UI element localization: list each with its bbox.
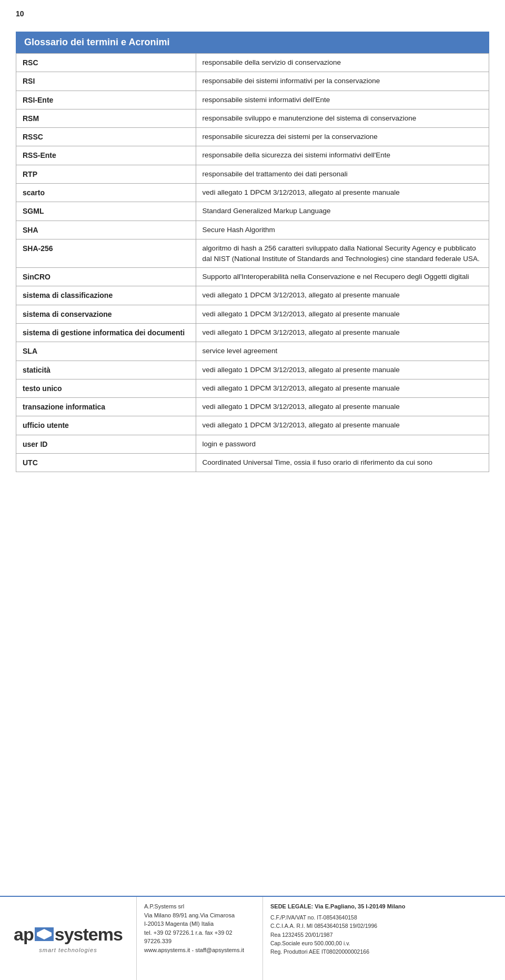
logo-systems: systems <box>55 924 123 945</box>
table-row: ufficio utentevedi allegato 1 DPCM 3/12/… <box>16 416 489 435</box>
svg-rect-1 <box>37 933 52 936</box>
table-row: SHASecure Hash Algorithm <box>16 221 489 239</box>
page-number: 10 <box>16 9 24 18</box>
legal-reg: Reg. Produttori AEE IT08020000002166 <box>270 947 498 956</box>
term-cell: RSI-Ente <box>16 91 196 109</box>
table-row: RSCresponsabile della servizio di conser… <box>16 54 489 72</box>
definition-cell: responsabile sicurezza dei sistemi per l… <box>196 128 489 146</box>
footer-company: A.P.Systems srl Via Milano 89/91 ang.Via… <box>137 897 263 980</box>
definition-cell: vedi allegato 1 DPCM 3/12/2013, allegato… <box>196 398 489 416</box>
term-cell: RSSC <box>16 128 196 146</box>
definition-cell: Supporto all'Interoperabilità nella Cons… <box>196 268 489 286</box>
table-row: SLAservice level agreement <box>16 342 489 361</box>
definition-cell: vedi allegato 1 DPCM 3/12/2013, allegato… <box>196 286 489 305</box>
definition-cell: responsabile dei sistemi informativi per… <box>196 72 489 91</box>
footer: ap systems smart technologies A.P.System… <box>0 896 505 980</box>
term-cell: testo unico <box>16 379 196 397</box>
table-row: sistema di conservazionevedi allegato 1 … <box>16 305 489 323</box>
table-row: transazione informaticavedi allegato 1 D… <box>16 398 489 416</box>
term-cell: sistema di conservazione <box>16 305 196 323</box>
company-web: www.apsystems.it - staff@apsystems.it <box>144 946 255 955</box>
term-cell: RSM <box>16 109 196 127</box>
glossary-table: RSCresponsabile della servizio di conser… <box>16 53 489 472</box>
term-cell: SHA-256 <box>16 239 196 267</box>
table-row: RSI-Enteresponsabile sistemi informativi… <box>16 91 489 109</box>
term-cell: SinCRO <box>16 268 196 286</box>
logo-container: ap systems <box>14 924 123 945</box>
term-cell: user ID <box>16 435 196 453</box>
legal-cci: C.C.I.A.A. R.I. MI 08543640158 19/02/199… <box>270 922 498 930</box>
company-name: A.P.Systems srl <box>144 902 255 911</box>
table-row: RSMresponsabile sviluppo e manutenzione … <box>16 109 489 127</box>
legal-cap: Cap.Sociale euro 500.000,00 i.v. <box>270 939 498 947</box>
definition-cell: Coordinated Universal Time, ossia il fus… <box>196 454 489 472</box>
main-content: Glossario dei termini e Acronimi RSCresp… <box>0 0 505 567</box>
table-row: RTPresponsabile del trattamento dei dati… <box>16 165 489 183</box>
term-cell: RSI <box>16 72 196 91</box>
legal-rea: Rea 1232455 20/01/1987 <box>270 931 498 939</box>
term-cell: SHA <box>16 221 196 239</box>
definition-cell: algoritmo di hash a 256 caratteri svilup… <box>196 239 489 267</box>
table-row: SGMLStandard Generalized Markup Language <box>16 202 489 221</box>
term-cell: sistema di gestione informatica dei docu… <box>16 323 196 342</box>
definition-cell: responsabile del trattamento dei dati pe… <box>196 165 489 183</box>
company-address2: I-20013 Magenta (MI) Italia <box>144 919 255 928</box>
table-row: UTCCoordinated Universal Time, ossia il … <box>16 454 489 472</box>
company-tel: tel. +39 02 97226.1 r.a. fax +39 02 9722… <box>144 928 255 946</box>
term-cell: SGML <box>16 202 196 221</box>
definition-cell: responsabile sviluppo e manutenzione del… <box>196 109 489 127</box>
definition-cell: vedi allegato 1 DPCM 3/12/2013, allegato… <box>196 416 489 435</box>
table-row: testo unicovedi allegato 1 DPCM 3/12/201… <box>16 379 489 397</box>
table-row: SHA-256algoritmo di hash a 256 caratteri… <box>16 239 489 267</box>
definition-cell: login e password <box>196 435 489 453</box>
term-cell: RSS-Ente <box>16 146 196 165</box>
definition-cell: vedi allegato 1 DPCM 3/12/2013, allegato… <box>196 305 489 323</box>
definition-cell: service level agreement <box>196 342 489 361</box>
definition-cell: Standard Generalized Markup Language <box>196 202 489 221</box>
definition-cell: Secure Hash Algorithm <box>196 221 489 239</box>
term-cell: RTP <box>16 165 196 183</box>
table-row: SinCROSupporto all'Interoperabilità nell… <box>16 268 489 286</box>
term-cell: SLA <box>16 342 196 361</box>
definition-cell: vedi allegato 1 DPCM 3/12/2013, allegato… <box>196 184 489 202</box>
definition-cell: responsabile della servizio di conservaz… <box>196 54 489 72</box>
definition-cell: vedi allegato 1 DPCM 3/12/2013, allegato… <box>196 379 489 397</box>
term-cell: RSC <box>16 54 196 72</box>
logo-tagline: smart technologies <box>39 947 97 953</box>
term-cell: UTC <box>16 454 196 472</box>
table-row: RSS-Enteresponsabile della sicurezza dei… <box>16 146 489 165</box>
table-row: sistema di classificazionevedi allegato … <box>16 286 489 305</box>
table-row: staticitàvedi allegato 1 DPCM 3/12/2013,… <box>16 361 489 379</box>
term-cell: transazione informatica <box>16 398 196 416</box>
definition-cell: vedi allegato 1 DPCM 3/12/2013, allegato… <box>196 323 489 342</box>
legal-title: SEDE LEGALE: Via E.Pagliano, 35 I-20149 … <box>270 902 498 911</box>
footer-legal: SEDE LEGALE: Via E.Pagliano, 35 I-20149 … <box>263 897 505 980</box>
term-cell: ufficio utente <box>16 416 196 435</box>
footer-logo: ap systems smart technologies <box>0 897 137 980</box>
term-cell: scarto <box>16 184 196 202</box>
table-row: RSIresponsabile dei sistemi informativi … <box>16 72 489 91</box>
logo-icon <box>35 927 54 941</box>
definition-cell: responsabile della sicurezza dei sistemi… <box>196 146 489 165</box>
definition-cell: vedi allegato 1 DPCM 3/12/2013, allegato… <box>196 361 489 379</box>
section-title: Glossario dei termini e Acronimi <box>16 32 489 53</box>
table-row: scartovedi allegato 1 DPCM 3/12/2013, al… <box>16 184 489 202</box>
legal-cf: C.F./P.IVA/VAT no. IT-08543640158 <box>270 913 498 922</box>
table-row: sistema di gestione informatica dei docu… <box>16 323 489 342</box>
table-row: RSSCresponsabile sicurezza dei sistemi p… <box>16 128 489 146</box>
logo-ap: ap <box>14 924 34 945</box>
term-cell: sistema di classificazione <box>16 286 196 305</box>
table-row: user IDlogin e password <box>16 435 489 453</box>
term-cell: staticità <box>16 361 196 379</box>
definition-cell: responsabile sistemi informativi dell'En… <box>196 91 489 109</box>
company-address1: Via Milano 89/91 ang.Via Cimarosa <box>144 911 255 920</box>
